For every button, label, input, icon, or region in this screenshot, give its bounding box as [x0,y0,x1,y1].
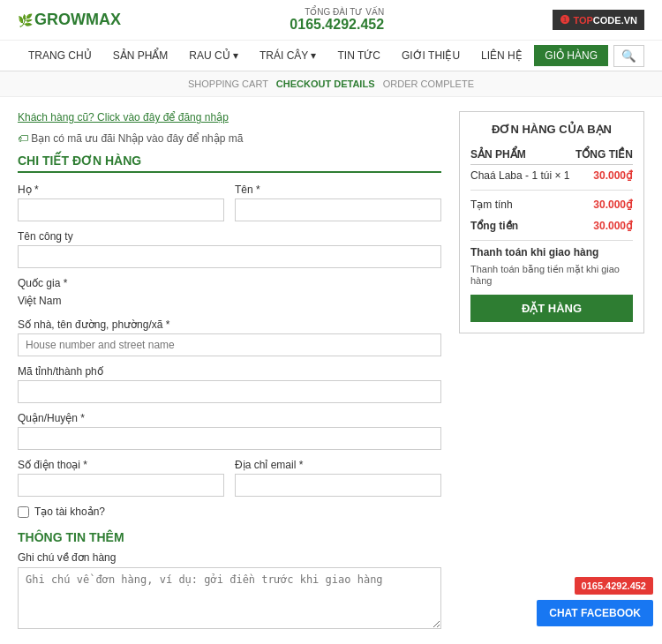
additional-title: THÔNG TIN THÊM [18,530,441,544]
breadcrumb: SHOPPING CART CHECKOUT DETAILS ORDER COM… [0,71,662,97]
logo-icon: 🌿 [18,13,33,27]
topcode-area: ❶ TOPCODE.VN [553,10,644,30]
ho-label: Họ * [18,183,224,196]
email-group: Địa chỉ email * [235,459,441,497]
contact-label: TỔNG ĐÀI TƯ VẤN [290,7,384,17]
subtotal-row: Tạm tính 30.000₫ [470,194,633,215]
order-item-price: 30.000₫ [574,165,633,187]
login-notice: Khách hàng cũ? Click vào đây để đăng nhậ… [18,111,441,124]
so-dt-label: Số điện thoại * [18,459,224,471]
nav-item-tin-tuc[interactable]: TIN TỨC [327,41,390,71]
order-box: ĐƠN HÀNG CỦA BẠN SẢN PHẨM TỔNG TIỀN Chaá… [459,111,644,333]
nav-item-trang-chu[interactable]: TRANG CHỦ [18,41,102,71]
total-row: Tổng tiền 30.000₫ [470,215,633,236]
order-summary: ĐƠN HÀNG CỦA BẠN SẢN PHẨM TỔNG TIỀN Chaá… [459,111,644,632]
quoc-gia-label: Quốc gia * [18,277,441,289]
ten-label: Tên * [235,183,441,196]
quoc-gia-value: Việt Nam [18,292,441,310]
subtotal-table: Tạm tính 30.000₫ Tổng tiền 30.000₫ [470,194,633,236]
phone-badge[interactable]: 0165.4292.452 [575,577,653,595]
quan-huyen-input[interactable] [18,427,441,450]
shipping-label: Thanh toán khi giao hàng [470,246,633,258]
order-item-name: Chaá Laba - 1 túi × 1 [470,165,574,187]
tao-tai-khoan-label: Tạo tài khoản? [34,505,105,518]
order-divider-2 [470,240,633,241]
logo-text: GROWMAX [34,11,121,29]
ma-tinh-group: Mã tỉnh/thành phố [18,365,441,403]
order-divider [470,190,633,191]
tao-tai-khoan-row: Tạo tài khoản? [18,505,441,518]
email-label: Địa chỉ email * [235,459,441,471]
quan-huyen-group: Quận/Huyện * [18,412,441,450]
nav-item-gioi-thieu[interactable]: GIỚI THIỆU [391,41,470,71]
order-item-row: Chaá Laba - 1 túi × 1 30.000₫ [470,165,633,187]
ho-input[interactable] [18,198,224,221]
so-dt-group: Số điện thoại * [18,459,224,497]
coupon-text: Bạn có mã ưu đãi Nhập vào đây để nhập mã [31,132,243,145]
coupon-icon: 🏷 [18,132,28,145]
ma-tinh-label: Mã tỉnh/thành phố [18,365,441,378]
shipping-note: Thanh toán bằng tiền mặt khi giao hàng [470,264,633,286]
main-content: Khách hàng cũ? Click vào đây để đăng nhậ… [0,97,662,644]
tam-tinh-value: 30.000₫ [560,194,633,215]
breadcrumb-order-complete[interactable]: ORDER COMPLETE [383,79,474,89]
ghi-chu-textarea[interactable] [18,567,441,629]
ten-cong-ty-label: Tên công ty [18,230,441,243]
col-tong-tien: TỔNG TIỀN [574,145,633,165]
tong-tien-label: Tổng tiền [470,215,560,236]
order-box-title: ĐƠN HÀNG CỦA BẠN [470,123,633,136]
nav-item-trai-cay[interactable]: TRÁI CÂY ▾ [249,41,327,71]
so-dt-input[interactable] [18,474,224,497]
form-section: Khách hàng cũ? Click vào đây để đăng nhậ… [18,111,441,632]
navigation: TRANG CHỦ SẢN PHẨM RAU CỦ ▾ TRÁI CÂY ▾ T… [0,41,662,71]
col-san-pham: SẢN PHẨM [470,145,574,165]
nav-item-rau-cu[interactable]: RAU CỦ ▾ [178,41,249,71]
quoc-gia-group: Quốc gia * Việt Nam [18,277,441,310]
so-dt-email-row: Số điện thoại * Địa chỉ email * [18,459,441,497]
dat-hang-button[interactable]: ĐẶT HÀNG [470,295,633,322]
nav-item-san-pham[interactable]: SẢN PHẨM [102,41,179,71]
contact-area: TỔNG ĐÀI TƯ VẤN 0165.4292.452 [290,7,384,33]
tao-tai-khoan-checkbox[interactable] [18,506,29,518]
ho-group: Họ * [18,183,224,221]
nav-links: TRANG CHỦ SẢN PHẨM RAU CỦ ▾ TRÁI CÂY ▾ T… [18,41,533,71]
search-button[interactable]: 🔍 [613,45,644,67]
quan-huyen-label: Quận/Huyện * [18,412,441,424]
coupon-notice: 🏷 Bạn có mã ưu đãi Nhập vào đây để nhập … [18,132,441,145]
nav-item-lien-he[interactable]: LIÊN HỆ [470,41,533,71]
email-input[interactable] [235,474,441,497]
logo-area: 🌿 GROWMAX [18,11,121,29]
nav-right: GIỎ HÀNG 🔍 [534,45,644,67]
order-table: SẢN PHẨM TỔNG TIỀN Chaá Laba - 1 túi × 1… [470,145,633,186]
chi-tiet-don-hang-title: CHI TIẾT ĐƠN HÀNG [18,154,441,173]
ghi-chu-label: Ghi chú về đơn hàng [18,551,441,564]
header: 🌿 GROWMAX TỔNG ĐÀI TƯ VẤN 0165.4292.452 … [0,0,662,41]
tam-tinh-label: Tạm tính [470,194,560,215]
chat-facebook-button[interactable]: CHAT FACEBOOK [537,600,653,626]
gio-hang-button[interactable]: GIỎ HÀNG [534,45,608,66]
ten-group: Tên * [235,183,441,221]
ho-ten-row: Họ * Tên * [18,183,441,221]
so-nha-group: Số nhà, tên đường, phường/xã * [18,318,441,356]
ten-cong-ty-input[interactable] [18,245,441,268]
ten-input[interactable] [235,198,441,221]
ten-cong-ty-group: Tên công ty [18,230,441,268]
topcode-logo: ❶ TOPCODE.VN [553,10,644,30]
tong-tien-value: 30.000₫ [560,215,633,236]
breadcrumb-shopping-cart[interactable]: SHOPPING CART [188,79,268,89]
so-nha-input[interactable] [18,333,441,356]
so-nha-label: Số nhà, tên đường, phường/xã * [18,318,441,331]
additional-section: THÔNG TIN THÊM Ghi chú về đơn hàng [18,530,441,632]
topcode-brand: TOPCODE.VN [573,15,637,26]
login-link[interactable]: Khách hàng cũ? Click vào đây để đăng nhậ… [18,111,229,124]
breadcrumb-checkout[interactable]: CHECKOUT DETAILS [276,79,375,89]
contact-phone: 0165.4292.452 [290,17,384,33]
ma-tinh-input[interactable] [18,380,441,403]
